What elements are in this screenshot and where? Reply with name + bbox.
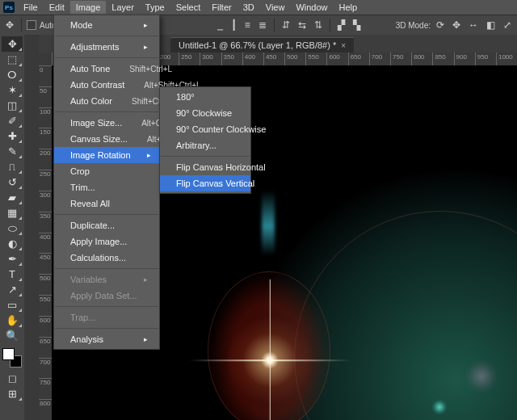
stamp-tool[interactable]: ⎍ bbox=[2, 159, 23, 174]
screenmode-toggle[interactable]: ⊞ bbox=[2, 386, 23, 401]
ruler-vertical: 0501001502002503003504004505005506006507… bbox=[39, 65, 53, 420]
pen-tool[interactable]: ✒ bbox=[2, 251, 23, 267]
menu-item-duplicate[interactable]: Duplicate... bbox=[54, 217, 159, 233]
move-tool-icon[interactable]: ✥ bbox=[3, 19, 16, 31]
menu-type[interactable]: Type bbox=[140, 1, 170, 14]
blur-tool[interactable]: ⬭ bbox=[2, 220, 23, 236]
document-tab-title: Untitled-1 @ 66.7% (Layer 1, RGB/8#) * bbox=[179, 40, 336, 50]
marquee-tool[interactable]: ⬚ bbox=[2, 52, 23, 67]
close-icon[interactable]: × bbox=[341, 41, 346, 50]
lasso-tool[interactable]: ⵔ bbox=[2, 67, 23, 82]
hand-tool[interactable]: ✋ bbox=[2, 313, 23, 328]
menu-item-reveal-all[interactable]: Reveal All bbox=[54, 195, 159, 212]
menu-item-auto-color[interactable]: Auto ColorShift+Ctrl+B bbox=[54, 93, 159, 109]
dodge-tool[interactable]: ◐ bbox=[2, 236, 23, 251]
collapsed-panel-strip[interactable] bbox=[24, 35, 40, 420]
menu-item-variables[interactable]: Variables▸ bbox=[54, 271, 159, 288]
menu-item-trap: Trap... bbox=[54, 309, 159, 326]
heal-tool[interactable]: ✚ bbox=[2, 128, 23, 144]
eraser-tool[interactable]: ▰ bbox=[2, 190, 23, 205]
menu-item-mode[interactable]: Mode▸ bbox=[54, 17, 159, 33]
submenu-item-flip-horizontal[interactable]: Flip Canvas Horizontal bbox=[160, 159, 250, 175]
image-menu-dropdown: Mode▸ Adjustments▸ Auto ToneShift+Ctrl+L… bbox=[53, 15, 160, 350]
submenu-item-180[interactable]: 180° bbox=[160, 89, 250, 105]
3d-rotate-icon[interactable]: ⤢ bbox=[501, 19, 514, 31]
app-icon: Ps bbox=[3, 2, 15, 13]
document-tab[interactable]: Untitled-1 @ 66.7% (Layer 1, RGB/8#) * × bbox=[170, 37, 354, 52]
3d-mode-label: 3D Mode: bbox=[396, 21, 431, 30]
menu-item-crop[interactable]: Crop bbox=[54, 163, 159, 179]
auto-select-checkbox[interactable] bbox=[27, 20, 36, 30]
color-swatches[interactable] bbox=[2, 348, 22, 368]
menu-edit[interactable]: Edit bbox=[44, 1, 70, 14]
distribute-icon[interactable]: ⇵ bbox=[280, 19, 292, 31]
type-tool[interactable]: T bbox=[2, 267, 23, 282]
menu-filter[interactable]: Filter bbox=[206, 1, 237, 14]
path-tool[interactable]: ↗ bbox=[2, 282, 23, 297]
menu-item-analysis[interactable]: Analysis▸ bbox=[54, 331, 159, 347]
gradient-tool[interactable]: ▦ bbox=[2, 205, 23, 220]
submenu-item-arbitrary[interactable]: Arbitrary... bbox=[160, 137, 250, 153]
menu-item-apply-image[interactable]: Apply Image... bbox=[54, 233, 159, 250]
eyedropper-tool[interactable]: ✐ bbox=[2, 113, 23, 128]
submenu-item-90cw[interactable]: 90° Clockwise bbox=[160, 105, 250, 121]
3d-orbit-icon[interactable]: ⟳ bbox=[434, 19, 447, 31]
align-icon[interactable]: ≣ bbox=[256, 19, 269, 31]
fg-color-swatch[interactable] bbox=[2, 348, 15, 360]
arrange-icon[interactable]: ▚ bbox=[351, 19, 363, 31]
distribute-icon[interactable]: ⇅ bbox=[312, 19, 325, 31]
menu-file[interactable]: File bbox=[18, 1, 44, 14]
move-tool[interactable]: ✥ bbox=[2, 36, 23, 52]
menu-item-image-size[interactable]: Image Size...Alt+Ctrl+I bbox=[54, 115, 159, 131]
align-icon[interactable]: ┃ bbox=[229, 19, 239, 31]
wand-tool[interactable]: ✶ bbox=[2, 82, 23, 98]
menu-help[interactable]: Help bbox=[334, 1, 364, 14]
menu-3d[interactable]: 3D bbox=[237, 1, 260, 14]
menu-layer[interactable]: Layer bbox=[106, 1, 140, 14]
menu-item-apply-data-set: Apply Data Set... bbox=[54, 288, 159, 304]
tool-column: ✥ ⬚ ⵔ ✶ ◫ ✐ ✚ ✎ ⎍ ↺ ▰ ▦ ⬭ ◐ ✒ T ↗ ▭ ✋ 🔍 … bbox=[0, 35, 25, 420]
distribute-icon[interactable]: ⇆ bbox=[296, 19, 309, 31]
menu-item-image-rotation[interactable]: Image Rotation▸ bbox=[54, 147, 159, 163]
3d-pan-icon[interactable]: ✥ bbox=[450, 19, 463, 31]
brush-tool[interactable]: ✎ bbox=[2, 144, 23, 159]
submenu-item-90ccw[interactable]: 90° Counter Clockwise bbox=[160, 121, 250, 137]
menu-item-adjustments[interactable]: Adjustments▸ bbox=[54, 39, 159, 55]
menu-item-trim[interactable]: Trim... bbox=[54, 179, 159, 195]
shape-tool[interactable]: ▭ bbox=[2, 297, 23, 313]
quickmask-toggle[interactable]: ◻ bbox=[2, 371, 23, 386]
image-rotation-submenu: 180° 90° Clockwise 90° Counter Clockwise… bbox=[159, 86, 251, 194]
menu-window[interactable]: Window bbox=[290, 1, 333, 14]
3d-scale-icon[interactable]: ◧ bbox=[484, 19, 498, 31]
menu-view[interactable]: View bbox=[260, 1, 291, 14]
menu-item-canvas-size[interactable]: Canvas Size...Alt+Ctrl+C bbox=[54, 131, 159, 147]
menu-item-auto-contrast[interactable]: Auto ContrastAlt+Shift+Ctrl+L bbox=[54, 77, 159, 93]
align-icon[interactable]: ≡ bbox=[242, 19, 253, 31]
menu-image[interactable]: Image bbox=[70, 1, 107, 14]
align-icon[interactable]: ⎯ bbox=[215, 19, 225, 31]
zoom-tool[interactable]: 🔍 bbox=[2, 328, 23, 343]
arrange-icon[interactable]: ▞ bbox=[335, 19, 347, 31]
3d-slide-icon[interactable]: ↔ bbox=[466, 19, 481, 31]
menu-bar: Ps File Edit Image Layer Type Select Fil… bbox=[0, 0, 517, 15]
menu-select[interactable]: Select bbox=[170, 1, 207, 14]
menu-item-auto-tone[interactable]: Auto ToneShift+Ctrl+L bbox=[54, 61, 159, 77]
history-brush-tool[interactable]: ↺ bbox=[2, 174, 23, 190]
menu-item-calculations[interactable]: Calculations... bbox=[54, 250, 159, 266]
crop-tool[interactable]: ◫ bbox=[2, 98, 23, 113]
submenu-item-flip-vertical[interactable]: Flip Canvas Vertical bbox=[160, 175, 250, 191]
